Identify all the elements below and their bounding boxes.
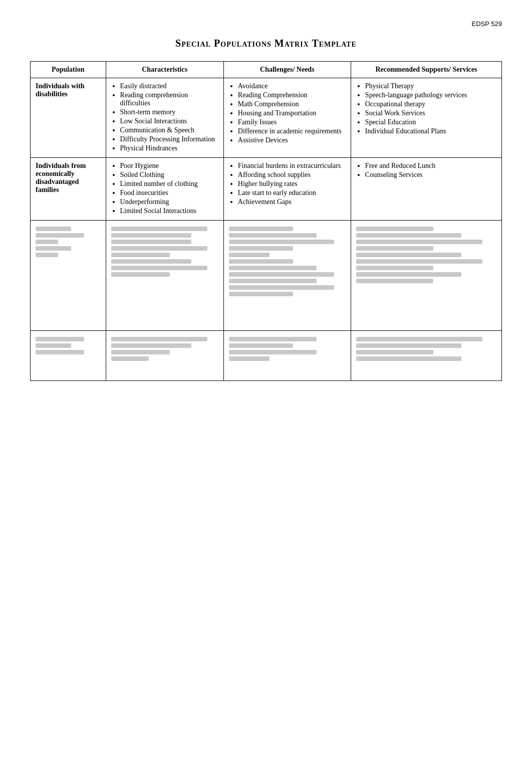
matrix-table: Population Characteristics Challenges/ N… (30, 61, 502, 381)
characteristic-item: Food insecurities (120, 189, 218, 197)
blurred-cell (31, 221, 106, 331)
challenge-item: Difference in academic requirements (238, 127, 346, 135)
recommended-cell: Physical TherapySpeech-language patholog… (351, 78, 501, 158)
characteristic-item: Reading comprehension difficulties (120, 91, 218, 107)
challenge-item: Financial burdens in extracurriculars (238, 162, 346, 170)
characteristic-item: Underperforming (120, 198, 218, 206)
characteristic-item: Short-term memory (120, 108, 218, 116)
challenge-item: Affording school supplies (238, 171, 346, 179)
recommended-item: Free and Reduced Lunch (365, 162, 496, 170)
challenge-item: Housing and Transportation (238, 109, 346, 117)
challenge-item: Reading Comprehension (238, 91, 346, 99)
recommended-item: Counseling Services (365, 171, 496, 179)
blurred-cell (223, 331, 351, 381)
challenges-cell: Financial burdens in extracurricularsAff… (223, 158, 351, 221)
header-characteristics: Characteristics (106, 62, 223, 78)
blurred-cell (31, 331, 106, 381)
recommended-item: Occupational therapy (365, 100, 496, 108)
characteristic-item: Soiled Clothing (120, 171, 218, 179)
challenge-item: Late start to early education (238, 189, 346, 197)
recommended-item: Physical Therapy (365, 82, 496, 90)
characteristic-item: Poor Hygiene (120, 162, 218, 170)
header-challenges: Challenges/ Needs (223, 62, 351, 78)
characteristics-cell: Poor HygieneSoiled ClothingLimited numbe… (106, 158, 223, 221)
table-row: Individuals with disabilitiesEasily dist… (31, 78, 502, 158)
recommended-item: Individual Educational Plans (365, 127, 496, 135)
table-row: Individuals from economically disadvanta… (31, 158, 502, 221)
challenge-item: Achievement Gaps (238, 198, 346, 206)
recommended-item: Speech-language pathology services (365, 91, 496, 99)
page-title: Special Populations Matrix Template (30, 38, 502, 49)
characteristics-cell: Easily distractedReading comprehension d… (106, 78, 223, 158)
characteristic-item: Physical Hindrances (120, 144, 218, 152)
challenge-item: Avoidance (238, 82, 346, 90)
challenges-cell: AvoidanceReading ComprehensionMath Compr… (223, 78, 351, 158)
population-label: Individuals from economically disadvanta… (36, 162, 86, 193)
recommended-item: Special Education (365, 118, 496, 126)
blurred-cell (351, 331, 501, 381)
recommended-cell: Free and Reduced LunchCounseling Service… (351, 158, 501, 221)
challenge-item: Assistive Devices (238, 136, 346, 144)
header-population: Population (31, 62, 106, 78)
blurred-cell (223, 221, 351, 331)
header-recommended: Recommended Supports/ Services (351, 62, 501, 78)
blurred-cell (351, 221, 501, 331)
blurred-cell (106, 221, 223, 331)
characteristic-item: Communication & Speech (120, 126, 218, 134)
blurred-cell (106, 331, 223, 381)
characteristic-item: Difficulty Processing Information (120, 135, 218, 143)
characteristic-item: Limited Social Interactions (120, 207, 218, 215)
population-label: Individuals with disabilities (36, 82, 85, 98)
page-label: EDSP 529 (30, 20, 502, 28)
population-cell: Individuals with disabilities (31, 78, 106, 158)
table-row-blurred-2 (31, 331, 502, 381)
challenge-item: Math Comprehension (238, 100, 346, 108)
table-row-blurred-1 (31, 221, 502, 331)
challenge-item: Higher bullying rates (238, 180, 346, 188)
characteristic-item: Low Social Interactions (120, 117, 218, 125)
population-cell: Individuals from economically disadvanta… (31, 158, 106, 221)
characteristic-item: Limited number of clothing (120, 180, 218, 188)
challenge-item: Family Issues (238, 118, 346, 126)
recommended-item: Social Work Services (365, 109, 496, 117)
characteristic-item: Easily distracted (120, 82, 218, 90)
